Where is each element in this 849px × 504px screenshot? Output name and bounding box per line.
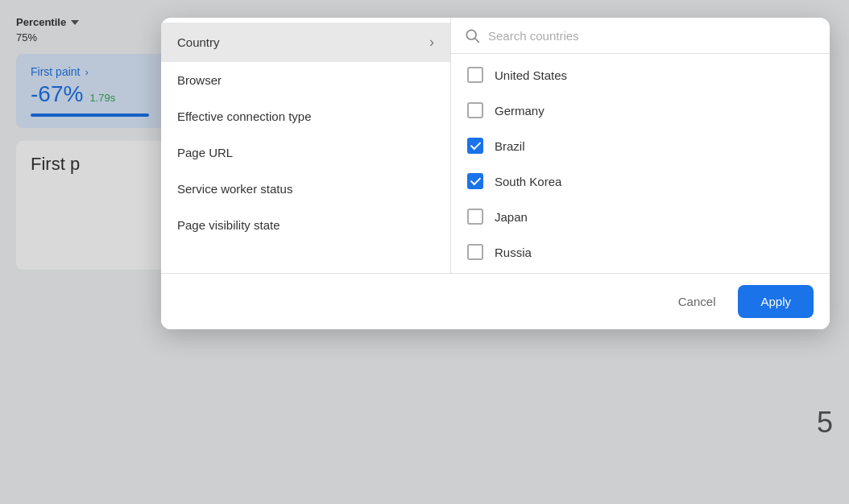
menu-item-country[interactable]: Country ›	[161, 23, 450, 62]
country-item-de[interactable]: Germany	[451, 93, 830, 128]
country-label-br: Brazil	[495, 139, 525, 153]
countries-list: United States Germany Brazil South Korea	[451, 54, 830, 273]
checkbox-us[interactable]	[467, 67, 483, 83]
country-label-kr: South Korea	[495, 175, 561, 188]
country-label-us: United States	[495, 68, 567, 82]
country-label-de: Germany	[495, 104, 545, 118]
menu-item-service-worker[interactable]: Service worker status	[161, 171, 450, 207]
menu-chevron-icon: ›	[429, 34, 434, 51]
left-menu: Country › Browser Effective connection t…	[161, 18, 451, 273]
country-item-us[interactable]: United States	[451, 57, 830, 93]
checkbox-br[interactable]	[467, 138, 483, 154]
right-panel: United States Germany Brazil South Korea	[451, 18, 830, 273]
menu-item-effective-connection-label: Effective connection type	[177, 109, 312, 123]
search-input[interactable]	[488, 29, 817, 43]
country-item-jp[interactable]: Japan	[451, 199, 830, 234]
checkbox-ru[interactable]	[467, 244, 483, 260]
svg-line-1	[475, 39, 479, 43]
dropdown-body: Country › Browser Effective connection t…	[161, 18, 830, 273]
menu-item-effective-connection[interactable]: Effective connection type	[161, 98, 450, 134]
menu-item-service-worker-label: Service worker status	[177, 182, 292, 196]
country-item-br[interactable]: Brazil	[451, 128, 830, 163]
country-label-jp: Japan	[495, 210, 528, 224]
menu-item-page-url-label: Page URL	[177, 146, 233, 159]
cancel-button[interactable]: Cancel	[665, 287, 729, 316]
menu-item-page-visibility-label: Page visibility state	[177, 218, 280, 232]
menu-item-browser[interactable]: Browser	[161, 62, 450, 98]
menu-item-page-url[interactable]: Page URL	[161, 134, 450, 171]
checkbox-de[interactable]	[467, 102, 483, 118]
dropdown-panel: Country › Browser Effective connection t…	[161, 18, 830, 329]
country-label-ru: Russia	[495, 246, 532, 259]
search-bar	[451, 18, 830, 54]
menu-item-country-label: Country	[177, 35, 220, 49]
menu-item-browser-label: Browser	[177, 73, 222, 87]
country-item-ru[interactable]: Russia	[451, 234, 830, 270]
menu-item-page-visibility[interactable]: Page visibility state	[161, 207, 450, 243]
checkbox-jp[interactable]	[467, 209, 483, 225]
checkbox-kr[interactable]	[467, 173, 483, 189]
search-icon	[464, 27, 480, 43]
dropdown-footer: Cancel Apply	[161, 273, 830, 329]
apply-button[interactable]: Apply	[738, 285, 814, 318]
country-item-kr[interactable]: South Korea	[451, 163, 830, 199]
